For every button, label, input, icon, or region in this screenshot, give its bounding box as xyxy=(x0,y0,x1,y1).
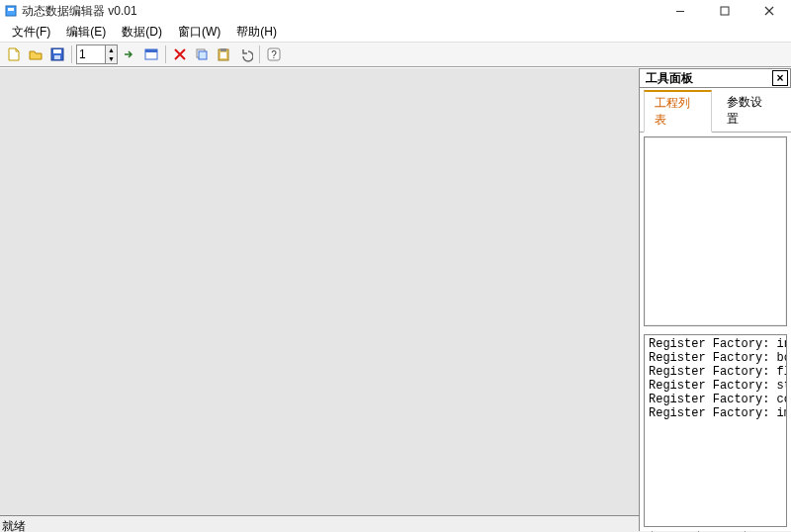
open-button[interactable] xyxy=(26,44,45,64)
svg-rect-6 xyxy=(54,55,60,59)
tab-param-settings[interactable]: 参数设置 xyxy=(716,90,784,132)
svg-rect-8 xyxy=(145,49,157,52)
close-button[interactable] xyxy=(747,1,791,21)
toolbar-separator xyxy=(165,45,166,63)
app-icon xyxy=(4,4,18,18)
menu-data[interactable]: 数据(D) xyxy=(114,22,170,43)
undo-button[interactable] xyxy=(235,44,255,64)
tool-panel-tabs: 工程列表 参数设置 xyxy=(640,88,791,133)
client-area: 工具面板 × 工程列表 参数设置 Register Factory: int. … xyxy=(0,67,791,515)
new-button[interactable] xyxy=(4,44,24,64)
save-button[interactable] xyxy=(47,44,67,64)
toolbar: ▲ ▼ ? xyxy=(0,43,791,67)
svg-rect-5 xyxy=(53,49,61,53)
paste-button[interactable] xyxy=(214,44,233,64)
svg-rect-13 xyxy=(220,52,226,58)
toolbar-separator xyxy=(71,45,72,63)
svg-rect-12 xyxy=(220,48,226,51)
log-output[interactable]: Register Factory: int. Register Factory:… xyxy=(644,334,787,527)
copy-button[interactable] xyxy=(192,44,212,64)
status-text: 就绪 xyxy=(0,518,26,533)
svg-rect-3 xyxy=(721,7,729,15)
svg-rect-1 xyxy=(8,8,14,11)
window-title: 动态数据编辑器 v0.01 xyxy=(22,3,137,20)
help-button[interactable]: ? xyxy=(264,44,284,64)
menu-window[interactable]: 窗口(W) xyxy=(170,22,228,43)
tool-panel-titlebar[interactable]: 工具面板 × xyxy=(640,68,791,88)
project-list-box[interactable] xyxy=(644,136,787,326)
window-button[interactable] xyxy=(141,44,161,64)
number-spinner-input[interactable] xyxy=(77,46,105,62)
spinner-up-button[interactable]: ▲ xyxy=(105,45,117,54)
menu-edit[interactable]: 编辑(E) xyxy=(58,22,114,43)
number-spinner[interactable]: ▲ ▼ xyxy=(76,44,118,64)
menu-bar: 文件(F) 编辑(E) 数据(D) 窗口(W) 帮助(H) xyxy=(0,22,791,43)
tool-panel-title: 工具面板 xyxy=(646,70,693,87)
tab-project-list[interactable]: 工程列表 xyxy=(644,90,712,133)
delete-button[interactable] xyxy=(170,44,190,64)
title-bar: 动态数据编辑器 v0.01 xyxy=(0,0,791,22)
menu-help[interactable]: 帮助(H) xyxy=(228,22,285,43)
go-button[interactable] xyxy=(120,44,139,64)
svg-rect-2 xyxy=(676,11,684,12)
maximize-button[interactable] xyxy=(702,1,747,21)
tool-panel: 工具面板 × 工程列表 参数设置 Register Factory: int. … xyxy=(639,68,791,531)
tool-panel-close-button[interactable]: × xyxy=(772,70,788,86)
minimize-button[interactable] xyxy=(658,1,702,21)
svg-text:?: ? xyxy=(271,49,277,60)
toolbar-separator xyxy=(259,45,260,63)
menu-file[interactable]: 文件(F) xyxy=(4,22,58,43)
window-controls xyxy=(658,1,791,21)
spinner-down-button[interactable]: ▼ xyxy=(105,54,117,63)
svg-rect-10 xyxy=(199,51,207,59)
